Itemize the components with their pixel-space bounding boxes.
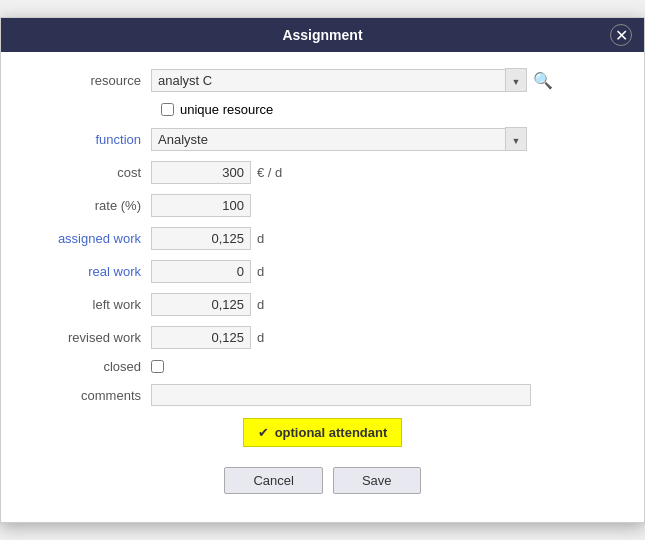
- rate-label: rate (%): [21, 198, 151, 213]
- search-icon: 🔍: [533, 72, 553, 89]
- function-row: function Analyste: [21, 127, 624, 151]
- resource-row: resource analyst C 🔍: [21, 68, 624, 92]
- revised-work-unit: d: [257, 330, 264, 345]
- revised-work-label: revised work: [21, 330, 151, 345]
- assigned-work-unit: d: [257, 231, 264, 246]
- optional-attendant-text: optional attendant: [275, 425, 388, 440]
- footer-buttons: Cancel Save: [21, 459, 624, 506]
- save-button[interactable]: Save: [333, 467, 421, 494]
- unique-resource-checkbox[interactable]: [161, 103, 174, 116]
- resource-dropdown-btn[interactable]: [505, 68, 527, 92]
- resource-search-button[interactable]: 🔍: [533, 71, 553, 90]
- cost-unit: € / d: [257, 165, 282, 180]
- dialog-body: resource analyst C 🔍 unique resource fun…: [1, 52, 644, 522]
- assigned-work-input[interactable]: [151, 227, 251, 250]
- real-work-label: real work: [21, 264, 151, 279]
- real-work-input[interactable]: [151, 260, 251, 283]
- unique-resource-label: unique resource: [180, 102, 273, 117]
- close-button[interactable]: ✕: [610, 24, 632, 46]
- dialog-header: Assignment ✕: [1, 18, 644, 52]
- resource-label: resource: [21, 73, 151, 88]
- dialog-title: Assignment: [35, 27, 610, 43]
- function-dropdown-btn[interactable]: [505, 127, 527, 151]
- cancel-button[interactable]: Cancel: [224, 467, 322, 494]
- closed-label: closed: [21, 359, 151, 374]
- cost-label: cost: [21, 165, 151, 180]
- chevron-down-icon: [512, 132, 521, 147]
- chevron-down-icon: [512, 73, 521, 88]
- optional-attendant-checkmark: ✔: [258, 425, 269, 440]
- comments-row: comments: [21, 384, 624, 406]
- resource-select-wrapper: analyst C 🔍: [151, 68, 553, 92]
- function-select[interactable]: Analyste: [151, 128, 506, 151]
- resource-select[interactable]: analyst C: [151, 69, 506, 92]
- function-label: function: [21, 132, 151, 147]
- assigned-work-label: assigned work: [21, 231, 151, 246]
- assigned-work-row: assigned work d: [21, 227, 624, 250]
- revised-work-row: revised work d: [21, 326, 624, 349]
- left-work-label: left work: [21, 297, 151, 312]
- real-work-unit: d: [257, 264, 264, 279]
- comments-input[interactable]: [151, 384, 531, 406]
- rate-input[interactable]: [151, 194, 251, 217]
- revised-work-input[interactable]: [151, 326, 251, 349]
- assignment-dialog: Assignment ✕ resource analyst C 🔍 unique: [0, 17, 645, 523]
- real-work-row: real work d: [21, 260, 624, 283]
- left-work-row: left work d: [21, 293, 624, 316]
- left-work-input[interactable]: [151, 293, 251, 316]
- optional-attendant-row: ✔ optional attendant: [21, 418, 624, 447]
- left-work-unit: d: [257, 297, 264, 312]
- optional-attendant-label[interactable]: ✔ optional attendant: [243, 418, 403, 447]
- rate-row: rate (%): [21, 194, 624, 217]
- comments-label: comments: [21, 388, 151, 403]
- closed-row: closed: [21, 359, 624, 374]
- cost-input[interactable]: [151, 161, 251, 184]
- closed-checkbox[interactable]: [151, 360, 164, 373]
- cost-row: cost € / d: [21, 161, 624, 184]
- unique-resource-row: unique resource: [161, 102, 624, 117]
